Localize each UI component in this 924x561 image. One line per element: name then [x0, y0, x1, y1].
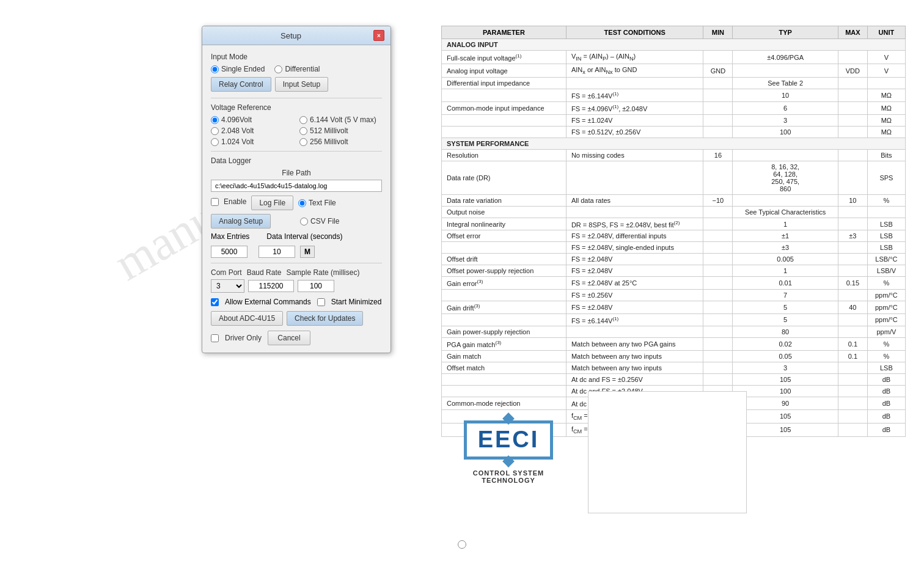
volt-256mv-option[interactable]: 256 Millivolt	[299, 138, 382, 146]
differential-label: Differential	[285, 65, 320, 73]
typ-cell	[733, 64, 838, 78]
typ-cell: ±1	[733, 230, 838, 242]
cond-cell: FS = ±2.048V at 25°C	[566, 277, 703, 290]
typ-cell: 0.005	[733, 254, 838, 265]
differential-radio[interactable]	[274, 65, 282, 73]
typ-cell: 8, 16, 32,64, 128,250, 475,860	[733, 161, 838, 194]
max-cell	[838, 373, 867, 385]
max-cell: ±3	[838, 230, 867, 242]
param-cell: Gain power-supply rejection	[442, 326, 566, 338]
input-setup-button[interactable]: Input Setup	[275, 77, 328, 92]
csv-file-radio[interactable]	[300, 218, 308, 226]
param-cell: Offset power-supply rejection	[442, 265, 566, 277]
start-minimized-checkbox[interactable]	[317, 298, 325, 306]
volt-4096-option[interactable]: 4.096Volt	[211, 116, 293, 124]
param-cell: Differential input impedance	[442, 78, 566, 89]
text-file-option[interactable]: Text File	[298, 199, 336, 207]
table-row: Data rate (DR) 8, 16, 32,64, 128,250, 47…	[442, 161, 906, 194]
allow-external-checkbox[interactable]	[211, 298, 219, 306]
typ-cell: 1	[733, 265, 838, 277]
volt-4096-radio[interactable]	[211, 116, 219, 124]
volt-6144-option[interactable]: 6.144 Volt (5 V max)	[299, 116, 382, 124]
about-button[interactable]: About ADC-4U15	[211, 311, 283, 326]
unit-cell: %	[867, 194, 905, 206]
voltage-ref-label: Voltage Reference	[211, 103, 382, 112]
table-row: Offset error FS = ±2.048V, differential …	[442, 230, 906, 242]
volt-1024-radio[interactable]	[211, 138, 219, 146]
parameter-table: PARAMETER TEST CONDITIONS MIN TYP MAX UN…	[441, 26, 906, 437]
volt-6144-radio[interactable]	[299, 116, 307, 124]
csv-file-label: CSV File	[310, 217, 339, 226]
divider-1	[211, 98, 382, 98]
volt-1024-label: 1.024 Volt	[221, 138, 254, 146]
driver-only-checkbox[interactable]	[211, 334, 219, 342]
input-mode-options: Single Ended Differential	[211, 65, 382, 73]
min-cell: GND	[703, 64, 733, 78]
max-cell: 0.1	[838, 338, 867, 351]
param-cell: Gain drift(3)	[442, 301, 566, 314]
eeci-logo: EECI CONTROL SYSTEM TECHNOLOGY	[441, 391, 576, 513]
check-updates-button[interactable]: Check for Updates	[287, 311, 363, 326]
analog-input-title: ANALOG INPUT	[442, 39, 906, 51]
close-button[interactable]: ×	[373, 30, 384, 41]
typ-cell: See Table 2	[733, 78, 838, 89]
cond-cell: At dc and FS = ±0.256V	[566, 373, 703, 385]
param-cell: Common-mode input impedance	[442, 102, 566, 115]
volt-1024-option[interactable]: 1.024 Volt	[211, 138, 293, 146]
driver-cancel-row: Driver Only Cancel	[211, 331, 382, 345]
csv-file-option[interactable]: CSV File	[300, 217, 339, 226]
min-cell	[703, 242, 733, 254]
analog-input-header: ANALOG INPUT	[442, 39, 906, 51]
cond-cell: Match between any two inputs	[566, 362, 703, 373]
max-cell	[838, 326, 867, 338]
min-cell	[703, 161, 733, 194]
baud-rate-label: Baud Rate	[247, 268, 282, 277]
com-port-select[interactable]: 3 1245	[211, 279, 244, 293]
volt-512mv-label: 512 Millivolt	[310, 127, 348, 135]
col-max: MAX	[838, 26, 867, 39]
max-cell: 40	[838, 301, 867, 314]
param-cell	[442, 89, 566, 102]
max-entries-label: Max Entries	[211, 232, 249, 241]
table-row: Offset power-supply rejection FS = ±2.04…	[442, 265, 906, 277]
single-ended-radio[interactable]	[211, 65, 219, 73]
max-cell: VDD	[838, 64, 867, 78]
max-entries-input[interactable]	[211, 246, 248, 258]
volt-512mv-radio[interactable]	[299, 127, 307, 135]
single-ended-option[interactable]: Single Ended	[211, 65, 265, 73]
min-cell	[703, 338, 733, 351]
typ-cell: See Typical Characteristics	[733, 206, 838, 218]
unit-cell: V	[867, 64, 905, 78]
volt-2048-option[interactable]: 2.048 Volt	[211, 127, 293, 135]
table-row: FS = ±2.048V, single-ended inputs ±3 LSB	[442, 242, 906, 254]
data-interval-input[interactable]	[258, 246, 295, 258]
volt-512mv-option[interactable]: 512 Millivolt	[299, 127, 382, 135]
about-update-buttons: About ADC-4U15 Check for Updates	[211, 311, 382, 326]
sample-rate-input[interactable]	[298, 280, 334, 292]
col-min: MIN	[703, 26, 733, 39]
analog-setup-button[interactable]: Analog Setup	[211, 214, 271, 229]
cond-cell	[566, 326, 703, 338]
min-cell	[703, 277, 733, 290]
typ-cell: 10	[733, 89, 838, 102]
table-row: Offset match Match between any two input…	[442, 362, 906, 373]
volt-256mv-radio[interactable]	[299, 138, 307, 146]
enable-checkbox[interactable]	[211, 198, 219, 206]
cond-cell: Match between any two PGA gains	[566, 338, 703, 351]
log-file-button[interactable]: Log File	[251, 196, 293, 210]
cancel-button[interactable]: Cancel	[268, 331, 310, 345]
cond-cell: FS = ±2.048V	[566, 301, 703, 314]
cond-cell: All data rates	[566, 194, 703, 206]
relay-control-button[interactable]: Relay Control	[211, 77, 271, 92]
unit-cell: MΩ	[867, 102, 905, 115]
table-row: Resolution No missing codes 16 Bits	[442, 149, 906, 161]
table-row: Data rate variation All data rates −10 1…	[442, 194, 906, 206]
param-cell	[442, 114, 566, 126]
min-cell	[703, 102, 733, 115]
text-file-radio[interactable]	[298, 199, 306, 207]
differential-option[interactable]: Differential	[274, 65, 320, 73]
file-path-input[interactable]	[211, 180, 382, 192]
baud-rate-input[interactable]	[248, 280, 294, 292]
volt-2048-radio[interactable]	[211, 127, 219, 135]
data-interval-label: Data Interval (seconds)	[266, 232, 342, 241]
